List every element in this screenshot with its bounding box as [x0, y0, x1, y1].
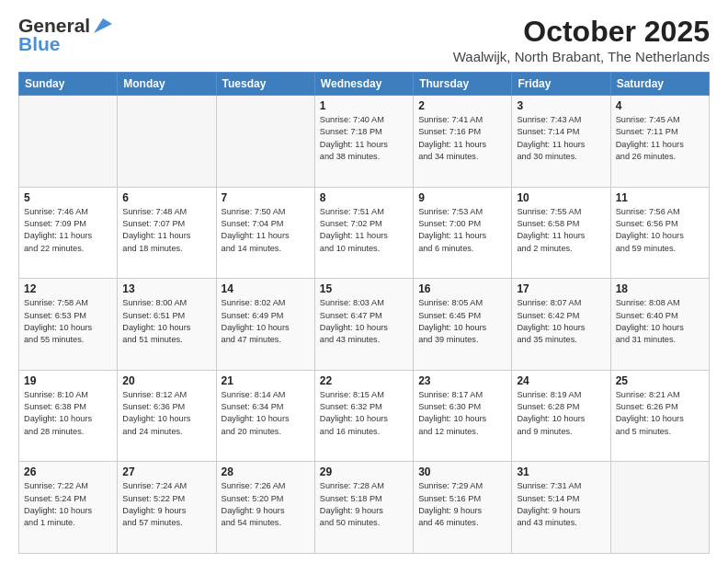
calendar-cell: 23Sunrise: 8:17 AM Sunset: 6:30 PM Dayli…: [414, 370, 512, 462]
day-info: Sunrise: 7:31 AM Sunset: 5:14 PM Dayligh…: [517, 480, 605, 529]
logo-blue: Blue: [18, 33, 61, 55]
header-saturday: Saturday: [610, 73, 709, 96]
day-info: Sunrise: 7:55 AM Sunset: 6:58 PM Dayligh…: [517, 206, 605, 255]
day-info: Sunrise: 7:51 AM Sunset: 7:02 PM Dayligh…: [320, 206, 408, 255]
day-number: 20: [122, 374, 210, 387]
calendar-cell: 28Sunrise: 7:26 AM Sunset: 5:20 PM Dayli…: [216, 462, 314, 554]
day-info: Sunrise: 7:41 AM Sunset: 7:16 PM Dayligh…: [418, 114, 506, 163]
day-number: 23: [418, 374, 506, 387]
day-number: 2: [418, 99, 506, 112]
calendar-cell: 18Sunrise: 8:08 AM Sunset: 6:40 PM Dayli…: [610, 279, 709, 371]
calendar-cell: 2Sunrise: 7:41 AM Sunset: 7:16 PM Daylig…: [414, 96, 512, 188]
calendar-cell: [610, 462, 709, 554]
calendar-cell: 22Sunrise: 8:15 AM Sunset: 6:32 PM Dayli…: [314, 370, 413, 462]
day-number: 1: [320, 99, 408, 112]
calendar-week-5: 26Sunrise: 7:22 AM Sunset: 5:24 PM Dayli…: [19, 462, 710, 554]
day-info: Sunrise: 8:14 AM Sunset: 6:34 PM Dayligh…: [222, 389, 310, 438]
day-info: Sunrise: 8:15 AM Sunset: 6:32 PM Dayligh…: [320, 389, 408, 438]
day-info: Sunrise: 8:19 AM Sunset: 6:28 PM Dayligh…: [517, 389, 605, 438]
day-number: 29: [320, 465, 408, 478]
calendar-cell: [19, 96, 118, 188]
header-friday: Friday: [512, 73, 610, 96]
day-number: 3: [517, 99, 605, 112]
day-number: 13: [122, 282, 210, 295]
day-info: Sunrise: 7:50 AM Sunset: 7:04 PM Dayligh…: [222, 206, 310, 255]
day-number: 12: [24, 282, 112, 295]
calendar-header-row: Sunday Monday Tuesday Wednesday Thursday…: [19, 73, 710, 96]
page: General Blue October 2025 Waalwijk, Nort…: [0, 0, 728, 563]
calendar-cell: [216, 96, 314, 188]
day-info: Sunrise: 8:21 AM Sunset: 6:26 PM Dayligh…: [616, 389, 704, 438]
day-info: Sunrise: 7:24 AM Sunset: 5:22 PM Dayligh…: [122, 480, 210, 529]
day-number: 18: [616, 282, 704, 295]
header-sunday: Sunday: [19, 73, 118, 96]
day-info: Sunrise: 7:43 AM Sunset: 7:14 PM Dayligh…: [517, 114, 605, 163]
calendar-cell: 8Sunrise: 7:51 AM Sunset: 7:02 PM Daylig…: [314, 187, 413, 279]
calendar-cell: 7Sunrise: 7:50 AM Sunset: 7:04 PM Daylig…: [216, 187, 314, 279]
svg-marker-0: [94, 18, 112, 33]
logo: General Blue: [18, 15, 112, 55]
header-thursday: Thursday: [414, 73, 512, 96]
calendar-cell: 31Sunrise: 7:31 AM Sunset: 5:14 PM Dayli…: [512, 462, 610, 554]
day-info: Sunrise: 7:28 AM Sunset: 5:18 PM Dayligh…: [320, 480, 408, 529]
day-info: Sunrise: 7:40 AM Sunset: 7:18 PM Dayligh…: [320, 114, 408, 163]
calendar-cell: 9Sunrise: 7:53 AM Sunset: 7:00 PM Daylig…: [414, 187, 512, 279]
day-info: Sunrise: 8:02 AM Sunset: 6:49 PM Dayligh…: [222, 297, 310, 346]
day-info: Sunrise: 7:26 AM Sunset: 5:20 PM Dayligh…: [222, 480, 310, 529]
title-block: October 2025 Waalwijk, North Brabant, Th…: [453, 15, 710, 64]
calendar-cell: 24Sunrise: 8:19 AM Sunset: 6:28 PM Dayli…: [512, 370, 610, 462]
calendar-cell: 19Sunrise: 8:10 AM Sunset: 6:38 PM Dayli…: [19, 370, 118, 462]
header-monday: Monday: [118, 73, 216, 96]
calendar-cell: 12Sunrise: 7:58 AM Sunset: 6:53 PM Dayli…: [19, 279, 118, 371]
calendar-cell: 11Sunrise: 7:56 AM Sunset: 6:56 PM Dayli…: [610, 187, 709, 279]
day-number: 5: [24, 191, 112, 204]
day-info: Sunrise: 8:17 AM Sunset: 6:30 PM Dayligh…: [418, 389, 506, 438]
day-info: Sunrise: 7:53 AM Sunset: 7:00 PM Dayligh…: [418, 206, 506, 255]
page-subtitle: Waalwijk, North Brabant, The Netherlands: [453, 49, 710, 64]
day-number: 10: [517, 191, 605, 204]
day-number: 4: [616, 99, 704, 112]
day-info: Sunrise: 8:08 AM Sunset: 6:40 PM Dayligh…: [616, 297, 704, 346]
calendar-cell: 6Sunrise: 7:48 AM Sunset: 7:07 PM Daylig…: [118, 187, 216, 279]
calendar-cell: 17Sunrise: 8:07 AM Sunset: 6:42 PM Dayli…: [512, 279, 610, 371]
calendar-cell: 10Sunrise: 7:55 AM Sunset: 6:58 PM Dayli…: [512, 187, 610, 279]
page-title: October 2025: [453, 15, 710, 49]
calendar-table: Sunday Monday Tuesday Wednesday Thursday…: [18, 72, 710, 554]
calendar-cell: 16Sunrise: 8:05 AM Sunset: 6:45 PM Dayli…: [414, 279, 512, 371]
day-number: 30: [418, 465, 506, 478]
day-number: 22: [320, 374, 408, 387]
day-number: 16: [418, 282, 506, 295]
calendar-cell: 21Sunrise: 8:14 AM Sunset: 6:34 PM Dayli…: [216, 370, 314, 462]
day-number: 14: [222, 282, 310, 295]
day-number: 31: [517, 465, 605, 478]
calendar-cell: 5Sunrise: 7:46 AM Sunset: 7:09 PM Daylig…: [19, 187, 118, 279]
calendar-week-2: 5Sunrise: 7:46 AM Sunset: 7:09 PM Daylig…: [19, 187, 710, 279]
calendar-cell: 15Sunrise: 8:03 AM Sunset: 6:47 PM Dayli…: [314, 279, 413, 371]
day-number: 7: [222, 191, 310, 204]
day-info: Sunrise: 7:56 AM Sunset: 6:56 PM Dayligh…: [616, 206, 704, 255]
day-info: Sunrise: 7:29 AM Sunset: 5:16 PM Dayligh…: [418, 480, 506, 529]
day-info: Sunrise: 7:22 AM Sunset: 5:24 PM Dayligh…: [24, 480, 112, 529]
day-number: 24: [517, 374, 605, 387]
calendar-cell: 30Sunrise: 7:29 AM Sunset: 5:16 PM Dayli…: [414, 462, 512, 554]
calendar-cell: 27Sunrise: 7:24 AM Sunset: 5:22 PM Dayli…: [118, 462, 216, 554]
calendar-cell: 14Sunrise: 8:02 AM Sunset: 6:49 PM Dayli…: [216, 279, 314, 371]
day-number: 28: [222, 465, 310, 478]
day-info: Sunrise: 7:46 AM Sunset: 7:09 PM Dayligh…: [24, 206, 112, 255]
calendar-cell: 25Sunrise: 8:21 AM Sunset: 6:26 PM Dayli…: [610, 370, 709, 462]
header-tuesday: Tuesday: [216, 73, 314, 96]
calendar-week-1: 1Sunrise: 7:40 AM Sunset: 7:18 PM Daylig…: [19, 96, 710, 188]
calendar-cell: 26Sunrise: 7:22 AM Sunset: 5:24 PM Dayli…: [19, 462, 118, 554]
calendar-week-3: 12Sunrise: 7:58 AM Sunset: 6:53 PM Dayli…: [19, 279, 710, 371]
day-number: 27: [122, 465, 210, 478]
calendar-cell: 4Sunrise: 7:45 AM Sunset: 7:11 PM Daylig…: [610, 96, 709, 188]
day-info: Sunrise: 7:48 AM Sunset: 7:07 PM Dayligh…: [122, 206, 210, 255]
day-info: Sunrise: 8:10 AM Sunset: 6:38 PM Dayligh…: [24, 389, 112, 438]
calendar-week-4: 19Sunrise: 8:10 AM Sunset: 6:38 PM Dayli…: [19, 370, 710, 462]
day-number: 26: [24, 465, 112, 478]
calendar-cell: [118, 96, 216, 188]
day-info: Sunrise: 8:03 AM Sunset: 6:47 PM Dayligh…: [320, 297, 408, 346]
header: General Blue October 2025 Waalwijk, Nort…: [18, 15, 710, 64]
day-number: 19: [24, 374, 112, 387]
day-info: Sunrise: 8:12 AM Sunset: 6:36 PM Dayligh…: [122, 389, 210, 438]
